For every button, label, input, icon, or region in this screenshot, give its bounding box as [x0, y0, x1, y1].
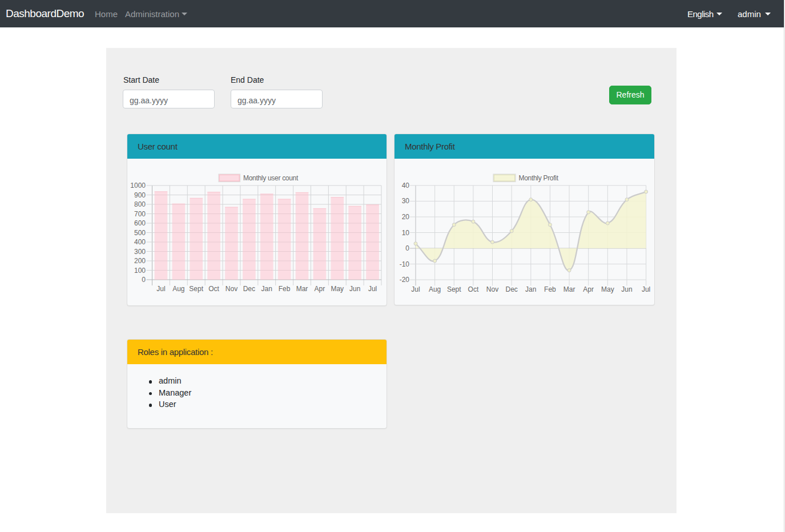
svg-text:30: 30	[402, 197, 410, 205]
svg-text:Jan: Jan	[525, 285, 536, 293]
svg-text:Sept: Sept	[189, 285, 203, 293]
svg-text:40: 40	[402, 182, 410, 190]
svg-text:400: 400	[134, 238, 146, 246]
svg-text:Jan: Jan	[261, 285, 272, 293]
svg-text:Mar: Mar	[563, 285, 575, 293]
svg-text:Jul: Jul	[156, 285, 165, 293]
svg-text:Dec: Dec	[505, 285, 517, 293]
svg-text:0: 0	[142, 276, 146, 284]
svg-text:Jul: Jul	[368, 285, 377, 293]
svg-text:May: May	[331, 285, 344, 293]
svg-text:Oct: Oct	[468, 285, 479, 293]
svg-text:Monthly Profit: Monthly Profit	[519, 174, 559, 182]
svg-text:700: 700	[134, 210, 146, 218]
svg-text:Nov: Nov	[486, 285, 498, 293]
svg-text:-20: -20	[400, 276, 410, 284]
svg-text:900: 900	[134, 191, 146, 199]
svg-text:Apr: Apr	[583, 285, 594, 293]
svg-text:Nov: Nov	[226, 285, 237, 293]
svg-text:500: 500	[134, 229, 146, 237]
svg-text:200: 200	[134, 257, 146, 265]
svg-text:Apr: Apr	[315, 285, 325, 293]
svg-text:Oct: Oct	[208, 285, 219, 293]
svg-text:Jun: Jun	[349, 285, 360, 293]
svg-text:300: 300	[134, 248, 146, 256]
svg-text:0: 0	[405, 244, 409, 252]
svg-text:Aug: Aug	[172, 285, 184, 293]
svg-text:10: 10	[402, 229, 410, 237]
svg-text:Jul: Jul	[411, 285, 420, 293]
svg-text:Sept: Sept	[447, 285, 461, 293]
svg-text:100: 100	[134, 267, 146, 275]
svg-text:May: May	[601, 285, 614, 293]
svg-text:Jul: Jul	[642, 285, 650, 293]
svg-text:Jun: Jun	[621, 285, 632, 293]
svg-text:Feb: Feb	[279, 285, 291, 293]
svg-text:20: 20	[402, 213, 410, 221]
svg-text:-10: -10	[400, 260, 410, 268]
svg-text:800: 800	[134, 200, 146, 208]
svg-text:Aug: Aug	[429, 285, 441, 293]
svg-text:Dec: Dec	[243, 285, 255, 293]
svg-text:1000: 1000	[130, 182, 146, 190]
svg-text:Mar: Mar	[296, 285, 308, 293]
svg-text:Feb: Feb	[544, 285, 556, 293]
svg-text:Monthly user count: Monthly user count	[243, 174, 299, 182]
svg-text:600: 600	[134, 219, 146, 227]
